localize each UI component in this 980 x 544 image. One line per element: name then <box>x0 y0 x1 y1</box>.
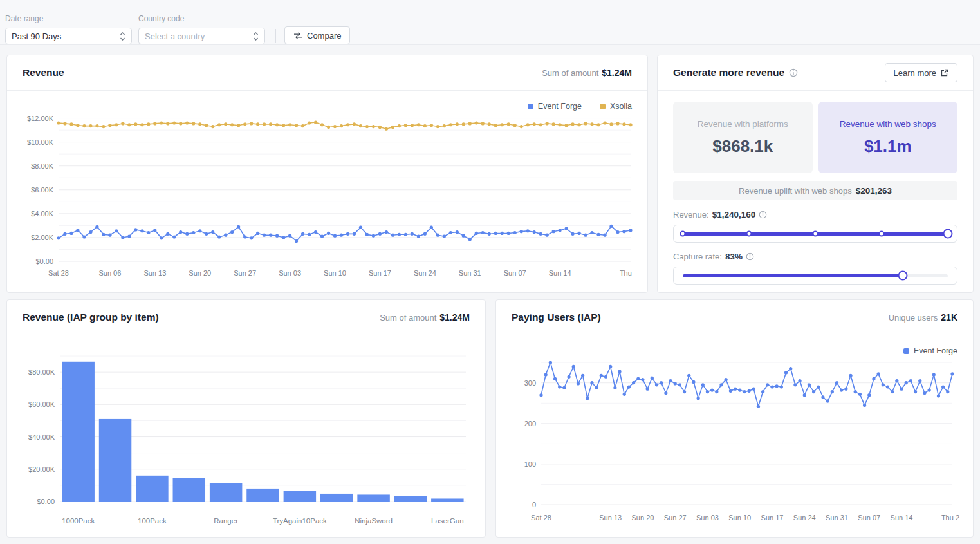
generate-card-header: Generate more revenue Learn more <box>658 55 973 91</box>
svg-text:Sun 20: Sun 20 <box>189 269 211 277</box>
svg-text:$0.00: $0.00 <box>35 258 53 265</box>
svg-text:100Pack: 100Pack <box>138 517 167 525</box>
capture-slider-handle[interactable] <box>898 271 907 281</box>
paying-card-header: Paying Users (IAP) Unique users21K <box>496 300 973 335</box>
revenue-line-chart: $0.00$2.00K$4.00K$6.00K$8.00K$10.00K$12.… <box>23 111 633 279</box>
svg-text:Sun 24: Sun 24 <box>414 269 436 277</box>
svg-text:$12.00K: $12.00K <box>27 115 54 122</box>
legend-label-event-forge: Event Forge <box>538 102 582 111</box>
svg-text:NinjaSword: NinjaSword <box>355 517 393 525</box>
svg-text:Thu 25: Thu 25 <box>620 269 633 277</box>
revenue-slider-tick <box>680 231 686 237</box>
iap-summary-value: $1.24M <box>439 312 470 323</box>
compare-arrows-icon <box>293 32 302 39</box>
revenue-with-platforms-panel[interactable]: Revenue with platforms $868.1k <box>673 102 813 173</box>
capture-slider-fill <box>683 274 903 277</box>
revenue-card-title: Revenue <box>23 67 64 79</box>
capture-rate-value: 83% <box>725 252 743 261</box>
svg-text:$40.00K: $40.00K <box>28 433 55 441</box>
iap-card-title: Revenue (IAP group by item) <box>23 312 159 323</box>
svg-text:Sun 20: Sun 20 <box>632 514 654 521</box>
svg-text:Sun 17: Sun 17 <box>369 269 391 277</box>
country-select[interactable]: Select a country <box>138 28 265 44</box>
revenue-with-webshops-panel[interactable]: Revenue with web shops $1.1m <box>818 102 958 173</box>
svg-text:$0.00: $0.00 <box>37 498 55 505</box>
revenue-summary-label: Sum of amount <box>542 68 598 78</box>
paying-card-title: Paying Users (IAP) <box>512 312 601 323</box>
info-icon[interactable] <box>746 252 754 261</box>
svg-text:Sun 31: Sun 31 <box>459 269 481 277</box>
svg-text:Sun 13: Sun 13 <box>599 514 622 521</box>
svg-text:1000Pack: 1000Pack <box>62 517 95 525</box>
iap-bar-chart: $0.00$20.00K$40.00K$60.00K$80.00K1000Pac… <box>23 347 471 529</box>
svg-text:Sun 31: Sun 31 <box>826 514 848 521</box>
revenue-uplift-banner: Revenue uplift with web shops $201,263 <box>673 181 957 200</box>
svg-text:Sat 28: Sat 28 <box>531 514 551 521</box>
country-field: Country code Select a country <box>138 14 265 44</box>
legend-item-event-forge[interactable]: Event Forge <box>528 102 582 111</box>
revenue-legend: Event Forge Xsolla <box>7 91 647 111</box>
revenue-slider-tick <box>746 231 752 237</box>
compare-button[interactable]: Compare <box>284 26 350 44</box>
svg-text:100: 100 <box>524 460 536 468</box>
webshops-panel-label: Revenue with web shops <box>840 119 936 129</box>
svg-text:Sun 10: Sun 10 <box>324 269 346 277</box>
iap-card-header: Revenue (IAP group by item) Sum of amoun… <box>7 300 485 335</box>
svg-text:$60.00K: $60.00K <box>28 400 55 408</box>
webshops-panel-value: $1.1m <box>864 136 912 156</box>
legend-label-xsolla: Xsolla <box>610 102 632 111</box>
country-label: Country code <box>138 14 265 23</box>
legend-swatch-event-forge <box>903 348 909 354</box>
external-link-icon <box>941 69 948 77</box>
capture-rate-label: Capture rate: <box>673 252 722 261</box>
paying-users-line-chart: 0100200300Sat 28Sun 13Sun 20Sun 27Sun 03… <box>512 355 959 524</box>
dashboard: Revenue Sum of amount$1.24M Event Forge … <box>0 45 980 544</box>
svg-text:Thu 25: Thu 25 <box>941 514 959 521</box>
date-range-label: Date range <box>5 14 132 23</box>
svg-text:Sun 03: Sun 03 <box>279 269 301 277</box>
uplift-value: $201,263 <box>856 186 892 196</box>
legend-label-event-forge: Event Forge <box>914 346 957 355</box>
filter-divider <box>275 29 276 43</box>
info-icon[interactable] <box>789 68 798 77</box>
revenue-summary: Sum of amount$1.24M <box>542 68 632 78</box>
svg-text:Sun 10: Sun 10 <box>728 514 751 521</box>
iap-summary-label: Sum of amount <box>380 313 436 323</box>
capture-rate-slider[interactable] <box>673 267 957 285</box>
svg-text:Sun 03: Sun 03 <box>696 514 719 521</box>
legend-item-event-forge[interactable]: Event Forge <box>903 346 957 355</box>
svg-text:Sun 14: Sun 14 <box>891 514 913 521</box>
revenue-card-header: Revenue Sum of amount$1.24M <box>7 55 647 91</box>
svg-text:Sun 24: Sun 24 <box>793 514 816 521</box>
revenue-param-label: Revenue: <box>673 210 709 220</box>
learn-more-button[interactable]: Learn more <box>885 63 957 82</box>
svg-text:$6.00K: $6.00K <box>31 186 54 194</box>
date-range-value: Past 90 Days <box>12 32 61 41</box>
capture-slider-track <box>683 274 948 277</box>
capture-rate-row: Capture rate: 83% <box>673 251 957 261</box>
svg-text:Sun 07: Sun 07 <box>858 514 880 521</box>
legend-swatch-event-forge <box>528 104 533 109</box>
svg-text:$80.00K: $80.00K <box>28 368 55 376</box>
svg-text:$20.00K: $20.00K <box>28 465 55 473</box>
svg-text:Sun 13: Sun 13 <box>143 269 166 277</box>
revenue-slider-handle[interactable] <box>943 229 953 239</box>
date-range-select[interactable]: Past 90 Days <box>5 28 132 44</box>
chevron-updown-icon <box>120 32 125 41</box>
legend-item-xsolla[interactable]: Xsolla <box>600 102 632 111</box>
uplift-label: Revenue uplift with web shops <box>739 186 852 196</box>
svg-text:Sun 27: Sun 27 <box>664 514 687 521</box>
legend-swatch-xsolla <box>600 104 606 109</box>
svg-text:0: 0 <box>532 501 536 509</box>
revenue-slider[interactable] <box>673 225 957 243</box>
info-icon[interactable] <box>759 211 767 219</box>
revenue-comparison-panels: Revenue with platforms $868.1k Revenue w… <box>673 102 957 173</box>
iap-summary: Sum of amount$1.24M <box>380 312 470 323</box>
svg-text:$8.00K: $8.00K <box>31 162 54 170</box>
revenue-slider-tick <box>813 231 818 237</box>
svg-text:Sat 28: Sat 28 <box>48 269 69 277</box>
svg-text:LaserGun: LaserGun <box>431 517 464 525</box>
chevron-updown-icon <box>253 32 259 41</box>
revenue-summary-value: $1.24M <box>602 68 632 78</box>
platforms-panel-value: $868.1k <box>712 136 773 156</box>
